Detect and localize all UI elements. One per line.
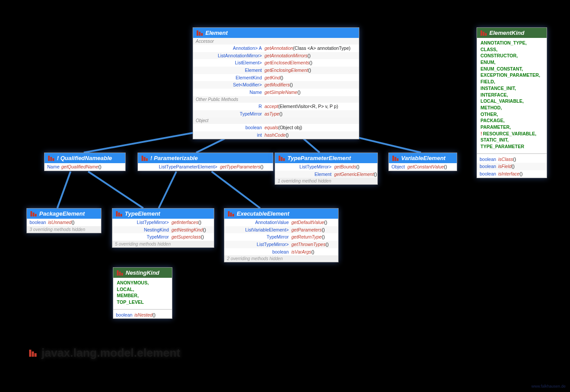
class-box-parameterizable[interactable]: ! Parameterizable ListTypeParameterEleme… — [138, 153, 273, 171]
return-type: Annotation> A — [196, 45, 265, 52]
method-row[interactable]: booleanisInterface () — [477, 170, 547, 178]
enum-constant: MEMBER, — [117, 292, 168, 299]
watermark-link[interactable]: www.falkhausen.de — [531, 384, 566, 388]
method-rows: Raccept (ElementVisitor<R, P> v, P p)Typ… — [193, 103, 359, 117]
method-row[interactable]: ElementgetEnclosingElement () — [193, 67, 359, 74]
return-type: ListTypeMirror> — [227, 241, 291, 248]
method-rows: NamegetQualifiedName () — [45, 163, 125, 171]
class-title: TypeElement — [125, 210, 160, 217]
method-row[interactable]: Raccept (ElementVisitor<R, P> v, P p) — [193, 103, 359, 110]
method-params: () — [444, 164, 447, 170]
method-params: () — [356, 164, 359, 170]
class-header: ! Parameterizable — [138, 153, 273, 163]
method-row[interactable]: booleanisUnnamed () — [27, 219, 101, 226]
method-name: isClass — [498, 156, 513, 163]
method-rows: booleanequals (Object obj)inthashCode () — [193, 124, 359, 138]
class-box-element[interactable]: Element Accessor Annotation> AgetAnnotat… — [193, 27, 359, 139]
method-row[interactable]: AnnotationValuegetDefaultValue () — [224, 219, 338, 226]
class-icon — [392, 156, 399, 161]
class-icon — [117, 270, 123, 276]
method-row[interactable]: TypeMirrorgetSuperclass () — [112, 233, 214, 241]
method-name: getParameters — [291, 227, 322, 233]
enum-constant: PACKAGE, — [481, 117, 543, 124]
method-name: isField — [498, 163, 511, 170]
method-name: getDefaultValue — [291, 219, 324, 226]
enum-constant: ANNOTATION_TYPE, — [481, 40, 543, 46]
class-box-typeparameterelement[interactable]: TypeParameterElement ListTypeMirror>getB… — [275, 153, 378, 185]
class-icon — [481, 30, 487, 36]
class-header: ExecutableElement — [224, 209, 338, 219]
method-row[interactable]: ListVariableElement>getParameters () — [224, 226, 338, 234]
method-params: () — [203, 227, 206, 233]
method-name: getEnclosingElement — [265, 67, 308, 74]
method-row[interactable]: ListTypeMirror>getInterfaces () — [112, 219, 214, 226]
return-type: ListAnnotationMirror> — [196, 52, 265, 59]
method-name: isUnnamed — [48, 219, 71, 226]
method-row[interactable]: booleanisClass () — [477, 156, 547, 163]
method-name: getThrownTypes — [291, 241, 325, 248]
method-rows: AnnotationValuegetDefaultValue ()ListVar… — [224, 219, 338, 255]
method-row[interactable]: NamegetQualifiedName () — [45, 163, 125, 171]
method-row[interactable]: ObjectgetConstantValue () — [389, 163, 457, 171]
hidden-note: 5 overriding methods hidden — [112, 241, 214, 247]
method-params: () — [290, 82, 293, 88]
enum-constant: PARAMETER, — [481, 124, 543, 131]
enum-constant: FIELD, — [481, 78, 543, 85]
method-params: () — [322, 227, 325, 233]
method-row[interactable]: Set<Modifier>getModifiers () — [193, 81, 359, 89]
method-name: getConstantValue — [407, 164, 444, 170]
class-icon — [279, 156, 285, 161]
class-title: Element — [205, 30, 228, 36]
enum-title: NestingKind — [126, 269, 160, 276]
method-row[interactable]: TypeMirrorgetReturnType () — [224, 233, 338, 241]
method-params: () — [324, 219, 327, 226]
return-type: ListTypeMirror> — [278, 164, 334, 170]
section-object: Object booleanequals (Object obj)inthash… — [193, 117, 359, 138]
method-row[interactable]: booleanequals (Object obj) — [193, 124, 359, 131]
method-row[interactable]: ListTypeMirror>getThrownTypes () — [224, 241, 338, 248]
return-type: Element — [196, 67, 265, 74]
method-params: () — [298, 89, 301, 96]
method-name: getSuperclass — [171, 234, 201, 240]
method-name: hashCode — [265, 132, 286, 138]
class-box-variableelement[interactable]: VariableElement ObjectgetConstantValue (… — [388, 153, 457, 171]
class-box-typeelement[interactable]: TypeElement ListTypeMirror>getInterfaces… — [112, 208, 214, 248]
method-name: getKind — [265, 75, 280, 81]
method-row[interactable]: Annotation> AgetAnnotation (Class <A> an… — [193, 45, 359, 52]
return-type: Name — [196, 89, 265, 96]
method-row[interactable]: inthashCode () — [193, 131, 359, 139]
enum-header: NestingKind — [113, 268, 172, 278]
method-row[interactable]: NamegetSimpleName () — [193, 89, 359, 96]
method-params: () — [280, 75, 283, 81]
method-row[interactable]: booleanisVarArgs () — [224, 248, 338, 256]
method-name: getQualifiedName — [61, 164, 98, 170]
method-row[interactable]: NestingKindgetNestingKind () — [112, 226, 214, 234]
enum-box-nestingkind[interactable]: NestingKind ANONYMOUS,LOCAL,MEMBER,TOP_L… — [113, 267, 172, 319]
method-row[interactable]: ElementKindgetKind () — [193, 74, 359, 82]
class-icon — [48, 156, 54, 161]
method-row[interactable]: booleanisField () — [477, 163, 547, 170]
method-rows: ListTypeParameterElement>getTypeParamete… — [138, 163, 273, 171]
method-row[interactable]: ListTypeParameterElement>getTypeParamete… — [138, 163, 273, 171]
package-title: javax.lang.model.element — [29, 346, 180, 360]
return-type: boolean — [480, 163, 498, 170]
method-name: getSimpleName — [265, 89, 298, 96]
hidden-note: 3 overriding methods hidden — [27, 226, 101, 233]
method-row[interactable]: ListAnnotationMirror>getAnnotationMirror… — [193, 52, 359, 60]
return-type: boolean — [30, 219, 48, 226]
class-box-packageelement[interactable]: PackageElement booleanisUnnamed () 3 ove… — [26, 208, 101, 233]
method-row[interactable]: TypeMirrorasType () — [193, 110, 359, 118]
method-row[interactable]: ListElement>getEnclosedElements () — [193, 59, 359, 67]
method-params: () — [98, 164, 101, 170]
class-box-qualifiednameable[interactable]: ! QualifiedNameable NamegetQualifiedName… — [44, 153, 126, 171]
method-params: () — [309, 60, 313, 66]
class-icon — [197, 30, 203, 36]
method-rows: booleanisNested () — [113, 311, 172, 319]
method-row[interactable]: booleanisNested () — [113, 311, 172, 319]
method-row[interactable]: ListTypeMirror>getBounds () — [275, 163, 377, 171]
class-box-executableelement[interactable]: ExecutableElement AnnotationValuegetDefa… — [224, 208, 339, 262]
method-params: () — [286, 132, 289, 138]
method-row[interactable]: ElementgetGenericElement () — [275, 171, 377, 178]
method-params: () — [374, 171, 377, 178]
enum-box-elementkind[interactable]: ElementKind ANNOTATION_TYPE,CLASS,CONSTR… — [477, 27, 547, 178]
